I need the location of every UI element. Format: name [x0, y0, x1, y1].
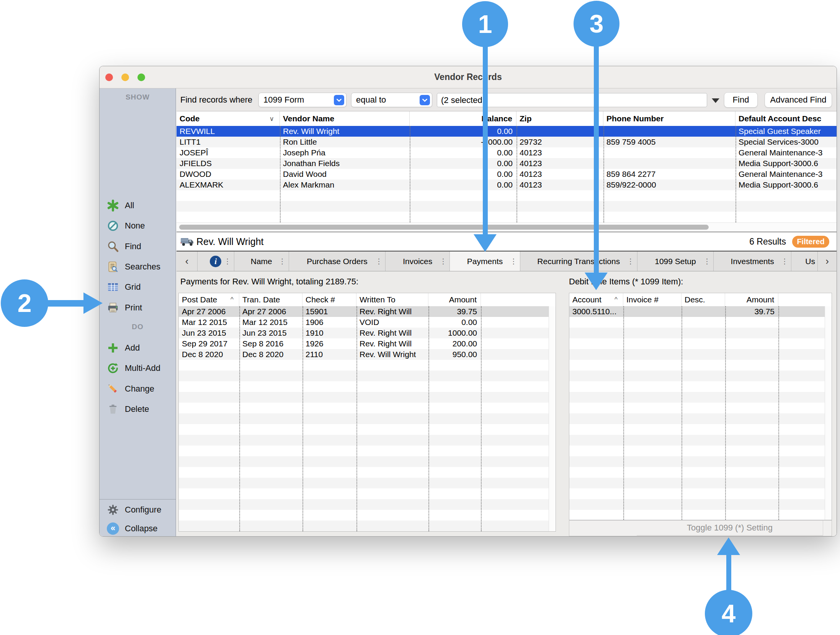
- column-header-post-date[interactable]: Post Date^: [179, 293, 239, 306]
- column-header-invoice[interactable]: Invoice #: [623, 293, 681, 306]
- table-row[interactable]: Sep 29 2017Sep 8 20161926Rev. Right Will…: [179, 338, 556, 349]
- sidebar-item-label: Delete: [125, 402, 149, 416]
- sidebar-item-label: Searches: [125, 260, 160, 274]
- scrollbar-thumb[interactable]: [179, 225, 709, 230]
- table-row[interactable]: DWOOD David Wood 0.00 40123 859 864 2277…: [176, 169, 837, 180]
- advanced-find-button[interactable]: Advanced Find: [765, 92, 832, 108]
- main-area: Find records where 1099 Form equal to (2…: [176, 88, 837, 536]
- sidebar-item-label: Add: [125, 341, 140, 355]
- sidebar-item-searches[interactable]: Searches: [100, 260, 176, 274]
- toggle-1099-button[interactable]: Toggle 1099 (*) Setting: [637, 521, 823, 536]
- sidebar-item-print[interactable]: Print: [100, 300, 176, 315]
- table-row[interactable]: JFIELDS Jonathan Fields 0.00 40123 Media…: [176, 158, 837, 169]
- tab-purchase-orders[interactable]: Purchase Orders⋮: [289, 251, 386, 271]
- column-divider: [428, 306, 429, 531]
- vertical-scrollbar[interactable]: [825, 306, 832, 520]
- column-header-balance[interactable]: Balance: [410, 111, 516, 126]
- column-header-vendor-name[interactable]: Vendor Name: [280, 111, 410, 126]
- tab-name[interactable]: Name⋮: [234, 251, 289, 271]
- column-header-tran-date[interactable]: Tran. Date: [239, 293, 302, 306]
- table-row[interactable]: LITT1 Ron Little -1000.00 29732 859 759 …: [176, 137, 837, 147]
- column-header-amount[interactable]: Amount: [725, 293, 778, 306]
- multi-add-icon: [106, 361, 120, 375]
- table-row[interactable]: Dec 8 2020Dec 8 20202110Rev. Will Wright…: [179, 349, 556, 360]
- grid-icon: [106, 280, 120, 294]
- column-divider: [356, 306, 357, 531]
- tab-info[interactable]: i ⋮: [198, 251, 234, 271]
- vertical-scrollbar[interactable]: [549, 306, 556, 531]
- payments-table-header: Post Date^ Tran. Date Check # Written To…: [179, 293, 556, 306]
- sidebar-item-label: Find: [125, 239, 141, 254]
- sidebar-item-grid[interactable]: Grid: [100, 280, 176, 294]
- table-row[interactable]: REVWILL Rev. Will Wright 0.00 Special Gu…: [176, 126, 837, 137]
- tab-grip-icon: ⋮: [224, 257, 231, 266]
- debit-table-header: Account^ Invoice # Desc. Amount: [569, 293, 832, 306]
- column-header-zip[interactable]: Zip: [516, 111, 603, 126]
- sort-up-icon: ^: [614, 296, 623, 304]
- chevron-down-icon: [420, 95, 430, 105]
- sidebar-item-all[interactable]: All: [100, 198, 176, 213]
- recent-searches-caret[interactable]: [712, 98, 719, 103]
- sidebar-item-add[interactable]: Add: [100, 341, 176, 355]
- column-divider: [516, 126, 517, 222]
- tab-investments[interactable]: Investments⋮: [714, 251, 791, 271]
- find-toolbar: Find records where 1099 Form equal to (2…: [176, 88, 837, 111]
- column-header-check[interactable]: Check #: [302, 293, 356, 306]
- sidebar-item-label: Grid: [125, 280, 141, 294]
- column-header-code[interactable]: Code∨: [176, 111, 280, 126]
- column-header-amount[interactable]: Amount: [428, 293, 481, 306]
- sidebar-item-configure[interactable]: Configure: [100, 503, 176, 517]
- table-row[interactable]: ALEXMARK Alex Markman 0.00 40123 859/922…: [176, 180, 837, 190]
- sidebar-section-show: SHOW: [100, 93, 176, 101]
- sidebar-item-delete[interactable]: Delete: [100, 402, 176, 416]
- sidebar-item-change[interactable]: Change: [100, 382, 176, 396]
- sidebar-item-multi-add[interactable]: Multi-Add: [100, 361, 176, 375]
- field-dropdown[interactable]: 1099 Form: [258, 93, 346, 107]
- payments-table: Post Date^ Tran. Date Check # Written To…: [178, 293, 556, 532]
- sidebar-divider: [100, 499, 176, 500]
- search-value-input[interactable]: (2 selected: [437, 93, 707, 107]
- sort-down-icon: ∨: [270, 115, 279, 123]
- empty-rows: [569, 317, 832, 520]
- sidebar-item-collapse[interactable]: « Collapse: [100, 521, 176, 536]
- callout-circle-3: 3: [574, 1, 619, 47]
- table-row[interactable]: Jun 23 2015Jun 23 20151910Rev. Right Wil…: [179, 328, 556, 338]
- filtered-badge[interactable]: Filtered: [792, 236, 829, 248]
- sidebar-item-none[interactable]: None: [100, 219, 176, 233]
- sidebar-item-find[interactable]: Find: [100, 239, 176, 254]
- tab-grip-icon: ⋮: [781, 257, 788, 266]
- tab-users-truncated[interactable]: Us: [791, 251, 818, 271]
- column-divider: [302, 306, 303, 531]
- column-header-written-to[interactable]: Written To: [356, 293, 428, 306]
- tab-payments[interactable]: Payments⋮: [450, 251, 520, 271]
- tab-recurring-transactions[interactable]: Recurring Transactions⋮: [520, 251, 637, 271]
- table-row[interactable]: Apr 27 2006Apr 27 200615901Rev. Right Wi…: [179, 306, 556, 317]
- table-row[interactable]: JOSEPÎ Joseph Pńa 0.00 40123 General Mai…: [176, 147, 837, 158]
- asterisk-icon: [106, 199, 120, 212]
- callout-circle-2: 2: [1, 279, 48, 327]
- tab-invoices[interactable]: Invoices⋮: [386, 251, 450, 271]
- column-header-desc[interactable]: Desc.: [681, 293, 725, 306]
- magnifier-icon: [106, 240, 120, 253]
- column-header-account[interactable]: Default Account Desc: [735, 111, 837, 126]
- table-row[interactable]: Mar 12 2015Mar 12 20151906VOID0.00: [179, 317, 556, 328]
- column-divider: [481, 306, 482, 531]
- sidebar-item-label: Change: [125, 382, 154, 396]
- column-header-account[interactable]: Account^: [569, 293, 623, 306]
- find-records-label: Find records where: [180, 88, 252, 111]
- operator-dropdown[interactable]: equal to: [351, 93, 432, 107]
- screenshot-canvas: Vendor Records SHOW All None: [0, 0, 840, 635]
- tab-grip-icon: ⋮: [279, 257, 286, 266]
- table-row[interactable]: 3000.5110...39.75: [569, 306, 832, 317]
- pencil-icon: [106, 382, 120, 396]
- find-button[interactable]: Find: [724, 92, 758, 108]
- callout-arrow-1-head: [474, 234, 497, 252]
- vendor-truck-icon: [180, 236, 194, 248]
- tabs-scroll-right-button[interactable]: ›: [818, 251, 837, 271]
- tab-1099-setup[interactable]: 1099 Setup⋮: [637, 251, 714, 271]
- results-count: 6 Results: [749, 232, 786, 251]
- tabs-scroll-left-button[interactable]: ‹: [176, 251, 198, 271]
- column-header-phone[interactable]: Phone Number: [603, 111, 735, 126]
- callout-arrow-3-shaft: [594, 45, 599, 273]
- tab-grip-icon: ⋮: [440, 257, 447, 266]
